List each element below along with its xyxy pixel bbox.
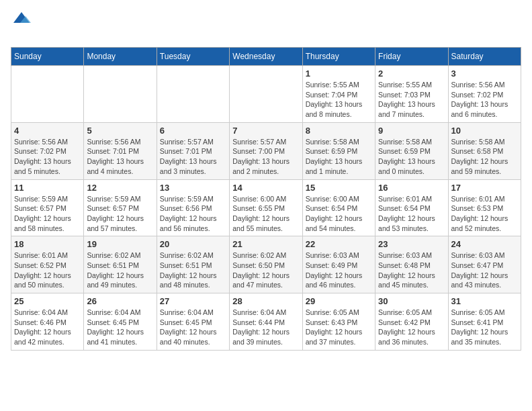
day-header-wednesday: Wednesday <box>230 48 302 66</box>
day-number: 1 <box>306 68 372 79</box>
day-number: 31 <box>451 296 518 306</box>
calendar-day-cell: 11Sunrise: 5:59 AMSunset: 6:57 PMDayligh… <box>11 179 84 236</box>
day-info: Sunrise: 6:04 AMSunset: 6:45 PMDaylight:… <box>87 308 153 347</box>
day-number: 8 <box>306 126 372 136</box>
day-info: Sunrise: 5:59 AMSunset: 6:57 PMDaylight:… <box>14 194 81 234</box>
day-number: 11 <box>14 183 81 193</box>
day-number: 16 <box>378 183 445 193</box>
day-info: Sunrise: 5:57 AMSunset: 7:01 PMDaylight:… <box>160 137 226 177</box>
calendar-day-cell: 25Sunrise: 6:04 AMSunset: 6:46 PMDayligh… <box>11 293 84 351</box>
calendar-day-cell: 29Sunrise: 6:05 AMSunset: 6:43 PMDayligh… <box>302 293 375 351</box>
day-info: Sunrise: 5:55 AMSunset: 7:03 PMDaylight:… <box>378 80 445 120</box>
day-info: Sunrise: 5:58 AMSunset: 6:59 PMDaylight:… <box>306 137 372 177</box>
day-info: Sunrise: 6:05 AMSunset: 6:41 PMDaylight:… <box>451 308 518 347</box>
calendar-week-row: 1Sunrise: 5:55 AMSunset: 7:04 PMDaylight… <box>11 66 521 123</box>
calendar-day-cell: 5Sunrise: 5:56 AMSunset: 7:01 PMDaylight… <box>84 122 157 179</box>
calendar-day-cell: 27Sunrise: 6:04 AMSunset: 6:45 PMDayligh… <box>157 293 229 351</box>
day-info: Sunrise: 6:01 AMSunset: 6:52 PMDaylight:… <box>14 250 81 290</box>
day-number: 13 <box>160 183 226 193</box>
calendar-day-cell: 2Sunrise: 5:55 AMSunset: 7:03 PMDaylight… <box>375 66 448 123</box>
calendar-day-cell: 19Sunrise: 6:02 AMSunset: 6:51 PMDayligh… <box>84 236 157 293</box>
day-number: 27 <box>160 296 226 306</box>
day-number: 20 <box>160 239 226 249</box>
day-number: 28 <box>232 296 299 306</box>
calendar-day-cell: 24Sunrise: 6:03 AMSunset: 6:47 PMDayligh… <box>448 236 521 293</box>
calendar-day-cell: 12Sunrise: 5:59 AMSunset: 6:57 PMDayligh… <box>84 179 157 236</box>
day-number: 23 <box>378 239 445 249</box>
day-number: 9 <box>378 126 445 136</box>
day-number: 29 <box>306 296 372 306</box>
calendar-day-cell: 1Sunrise: 5:55 AMSunset: 7:04 PMDaylight… <box>302 66 375 123</box>
calendar-day-cell: 13Sunrise: 5:59 AMSunset: 6:56 PMDayligh… <box>157 179 229 236</box>
calendar-day-cell <box>230 66 302 123</box>
day-info: Sunrise: 6:03 AMSunset: 6:47 PMDaylight:… <box>451 250 518 290</box>
day-info: Sunrise: 6:05 AMSunset: 6:42 PMDaylight:… <box>378 308 445 347</box>
day-info: Sunrise: 5:56 AMSunset: 7:02 PMDaylight:… <box>451 80 518 120</box>
day-number: 5 <box>87 126 153 136</box>
calendar-day-cell: 21Sunrise: 6:02 AMSunset: 6:50 PMDayligh… <box>230 236 302 293</box>
day-info: Sunrise: 6:02 AMSunset: 6:50 PMDaylight:… <box>232 250 299 290</box>
day-header-saturday: Saturday <box>448 48 521 66</box>
logo <box>11 11 31 40</box>
calendar-day-cell: 14Sunrise: 6:00 AMSunset: 6:55 PMDayligh… <box>230 179 302 236</box>
day-info: Sunrise: 5:57 AMSunset: 7:00 PMDaylight:… <box>232 137 299 177</box>
day-number: 7 <box>232 126 299 136</box>
day-number: 30 <box>378 296 445 306</box>
day-number: 3 <box>451 68 518 79</box>
logo-icon <box>12 11 31 26</box>
calendar-header-row: SundayMondayTuesdayWednesdayThursdayFrid… <box>11 48 521 66</box>
day-header-friday: Friday <box>375 48 448 66</box>
day-info: Sunrise: 5:58 AMSunset: 6:59 PMDaylight:… <box>378 137 445 177</box>
calendar-week-row: 4Sunrise: 5:56 AMSunset: 7:02 PMDaylight… <box>11 122 521 179</box>
day-number: 18 <box>14 239 81 249</box>
calendar-day-cell: 8Sunrise: 5:58 AMSunset: 6:59 PMDaylight… <box>302 122 375 179</box>
day-info: Sunrise: 6:03 AMSunset: 6:49 PMDaylight:… <box>306 250 372 290</box>
day-number: 4 <box>14 126 81 136</box>
day-info: Sunrise: 6:02 AMSunset: 6:51 PMDaylight:… <box>87 250 153 290</box>
day-info: Sunrise: 6:05 AMSunset: 6:43 PMDaylight:… <box>306 308 372 347</box>
calendar-day-cell: 15Sunrise: 6:00 AMSunset: 6:54 PMDayligh… <box>302 179 375 236</box>
calendar-day-cell: 28Sunrise: 6:04 AMSunset: 6:44 PMDayligh… <box>230 293 302 351</box>
day-number: 22 <box>306 239 372 249</box>
day-info: Sunrise: 5:55 AMSunset: 7:04 PMDaylight:… <box>306 80 372 120</box>
day-info: Sunrise: 6:02 AMSunset: 6:51 PMDaylight:… <box>160 250 226 290</box>
day-info: Sunrise: 5:59 AMSunset: 6:57 PMDaylight:… <box>87 194 153 234</box>
day-info: Sunrise: 6:01 AMSunset: 6:54 PMDaylight:… <box>378 194 445 234</box>
page-header <box>11 11 521 40</box>
calendar-day-cell: 16Sunrise: 6:01 AMSunset: 6:54 PMDayligh… <box>375 179 448 236</box>
calendar-day-cell: 4Sunrise: 5:56 AMSunset: 7:02 PMDaylight… <box>11 122 84 179</box>
day-number: 2 <box>378 68 445 79</box>
calendar-day-cell: 26Sunrise: 6:04 AMSunset: 6:45 PMDayligh… <box>84 293 157 351</box>
day-number: 15 <box>306 183 372 193</box>
calendar-day-cell: 9Sunrise: 5:58 AMSunset: 6:59 PMDaylight… <box>375 122 448 179</box>
day-header-monday: Monday <box>84 48 157 66</box>
calendar-day-cell: 30Sunrise: 6:05 AMSunset: 6:42 PMDayligh… <box>375 293 448 351</box>
day-info: Sunrise: 5:58 AMSunset: 6:58 PMDaylight:… <box>451 137 518 177</box>
calendar-week-row: 25Sunrise: 6:04 AMSunset: 6:46 PMDayligh… <box>11 293 521 351</box>
day-header-thursday: Thursday <box>302 48 375 66</box>
day-info: Sunrise: 6:00 AMSunset: 6:55 PMDaylight:… <box>232 194 299 234</box>
day-info: Sunrise: 6:03 AMSunset: 6:48 PMDaylight:… <box>378 250 445 290</box>
day-number: 19 <box>87 239 153 249</box>
calendar-week-row: 18Sunrise: 6:01 AMSunset: 6:52 PMDayligh… <box>11 236 521 293</box>
day-info: Sunrise: 5:56 AMSunset: 7:01 PMDaylight:… <box>87 137 153 177</box>
calendar-day-cell: 3Sunrise: 5:56 AMSunset: 7:02 PMDaylight… <box>448 66 521 123</box>
day-number: 25 <box>14 296 81 306</box>
day-info: Sunrise: 6:00 AMSunset: 6:54 PMDaylight:… <box>306 194 372 234</box>
calendar-day-cell: 17Sunrise: 6:01 AMSunset: 6:53 PMDayligh… <box>448 179 521 236</box>
day-number: 6 <box>160 126 226 136</box>
day-header-tuesday: Tuesday <box>157 48 229 66</box>
day-number: 24 <box>451 239 518 249</box>
calendar-day-cell: 6Sunrise: 5:57 AMSunset: 7:01 PMDaylight… <box>157 122 229 179</box>
day-number: 26 <box>87 296 153 306</box>
calendar-day-cell: 31Sunrise: 6:05 AMSunset: 6:41 PMDayligh… <box>448 293 521 351</box>
day-info: Sunrise: 6:04 AMSunset: 6:46 PMDaylight:… <box>14 308 81 347</box>
calendar-day-cell <box>11 66 84 123</box>
calendar-week-row: 11Sunrise: 5:59 AMSunset: 6:57 PMDayligh… <box>11 179 521 236</box>
calendar-day-cell: 18Sunrise: 6:01 AMSunset: 6:52 PMDayligh… <box>11 236 84 293</box>
day-number: 14 <box>232 183 299 193</box>
calendar-day-cell: 7Sunrise: 5:57 AMSunset: 7:00 PMDaylight… <box>230 122 302 179</box>
calendar-day-cell: 10Sunrise: 5:58 AMSunset: 6:58 PMDayligh… <box>448 122 521 179</box>
calendar-day-cell <box>84 66 157 123</box>
day-info: Sunrise: 5:59 AMSunset: 6:56 PMDaylight:… <box>160 194 226 234</box>
